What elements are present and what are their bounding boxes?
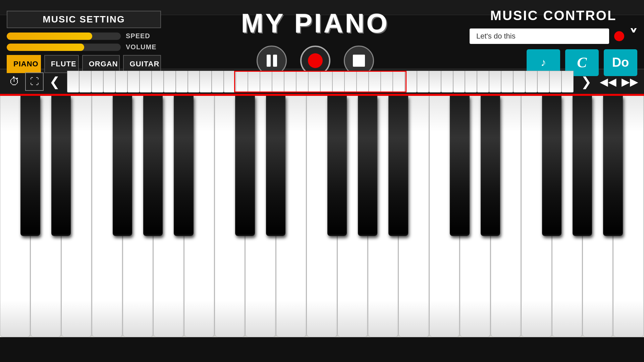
mini-white-key[interactable] <box>152 71 164 93</box>
expand-button[interactable]: ⛶ <box>25 72 44 91</box>
piano-area <box>0 96 644 337</box>
mini-white-key[interactable] <box>453 71 465 93</box>
right-panel: MUSIC CONTROL Let's do this ˅ ♪ C Do <box>470 8 637 76</box>
record-indicator <box>614 31 624 41</box>
music-control-label: MUSIC CONTROL <box>470 8 637 23</box>
black-key[interactable] <box>481 96 500 236</box>
volume-slider-track[interactable] <box>7 44 121 51</box>
black-key[interactable] <box>266 96 286 236</box>
black-key[interactable] <box>388 96 408 236</box>
nav-bar: ⏱ ⛶ ❮ ❯ ◀◀ ▶▶ <box>0 69 644 94</box>
pause-icon <box>267 55 277 67</box>
black-key[interactable] <box>358 96 378 236</box>
mini-white-key[interactable] <box>405 71 417 93</box>
mini-white-key[interactable] <box>513 71 525 93</box>
rewind-button[interactable]: ◀◀ <box>597 71 619 93</box>
speed-slider-row: SPEED <box>7 32 161 40</box>
black-key[interactable] <box>327 96 347 236</box>
song-selector[interactable]: Let's do this <box>470 28 609 44</box>
center-panel: MY PIANO <box>161 8 470 76</box>
mini-white-key[interactable] <box>489 71 501 93</box>
mini-white-key[interactable] <box>537 71 549 93</box>
mini-white-key[interactable] <box>115 71 127 93</box>
mini-white-key[interactable] <box>465 71 477 93</box>
speed-slider-track[interactable] <box>7 33 121 40</box>
left-panel: MUSIC SETTING SPEED VOLUME PIANO FLUTE O… <box>7 11 161 73</box>
volume-label: VOLUME <box>126 43 156 51</box>
organ-button[interactable]: ORGAN <box>82 55 120 73</box>
mini-white-key[interactable] <box>393 71 405 93</box>
mini-white-key[interactable] <box>357 71 369 93</box>
mini-white-key[interactable] <box>188 71 200 93</box>
mini-keyboard-container <box>67 71 574 93</box>
instrument-buttons: PIANO FLUTE ORGAN GUITAR <box>7 55 161 73</box>
speed-label: SPEED <box>126 32 156 40</box>
stop-icon <box>353 55 365 67</box>
guitar-button[interactable]: GUITAR <box>123 55 161 73</box>
song-name: Let's do this <box>476 32 516 41</box>
music-setting-label: MUSIC SETTING <box>7 11 161 28</box>
black-key[interactable] <box>450 96 470 236</box>
mini-white-key[interactable] <box>127 71 140 93</box>
black-key[interactable] <box>235 96 255 236</box>
mini-white-key[interactable] <box>91 71 103 93</box>
mini-white-key[interactable] <box>441 71 453 93</box>
black-key[interactable] <box>603 96 623 236</box>
mini-white-key[interactable] <box>381 71 393 93</box>
mini-white-key[interactable] <box>296 71 308 93</box>
flute-button[interactable]: FLUTE <box>44 55 79 73</box>
mini-white-key[interactable] <box>308 71 320 93</box>
header: MUSIC SETTING SPEED VOLUME PIANO FLUTE O… <box>0 15 644 69</box>
volume-slider-row: VOLUME <box>7 43 161 51</box>
black-key[interactable] <box>174 96 194 236</box>
mini-white-key[interactable] <box>320 71 332 93</box>
mini-white-key[interactable] <box>501 71 513 93</box>
mini-white-key[interactable] <box>200 71 212 93</box>
black-key[interactable] <box>143 96 163 236</box>
black-key[interactable] <box>542 96 562 236</box>
speed-slider-fill <box>7 33 92 40</box>
chevron-down-icon[interactable]: ˅ <box>629 28 637 44</box>
mini-white-key[interactable] <box>224 71 236 93</box>
mini-white-key[interactable] <box>344 71 357 93</box>
mini-white-key[interactable] <box>429 71 441 93</box>
mini-white-key[interactable] <box>369 71 381 93</box>
next-button[interactable]: ❯ <box>575 71 597 93</box>
mini-white-key[interactable] <box>164 71 176 93</box>
mini-white-key[interactable] <box>549 71 561 93</box>
mini-white-key[interactable] <box>67 71 79 93</box>
record-dot <box>308 53 323 68</box>
black-key[interactable] <box>51 96 71 236</box>
mini-white-key[interactable] <box>561 71 574 93</box>
mini-white-key[interactable] <box>103 71 115 93</box>
black-key[interactable] <box>573 96 592 236</box>
black-key[interactable] <box>113 96 132 236</box>
mini-white-key[interactable] <box>79 71 91 93</box>
control-row: Let's do this ˅ <box>470 28 637 44</box>
mini-white-key[interactable] <box>236 71 248 93</box>
mini-white-key[interactable] <box>248 71 260 93</box>
mini-white-key[interactable] <box>417 71 429 93</box>
piano-button[interactable]: PIANO <box>7 55 41 73</box>
app-title: MY PIANO <box>241 8 389 39</box>
mini-white-key[interactable] <box>284 71 296 93</box>
mini-white-key[interactable] <box>176 71 188 93</box>
mini-white-key[interactable] <box>332 71 344 93</box>
piano-wrapper <box>0 96 644 337</box>
volume-slider-fill <box>7 44 84 51</box>
mini-white-key[interactable] <box>140 71 152 93</box>
mini-white-key[interactable] <box>272 71 284 93</box>
mini-white-key[interactable] <box>525 71 537 93</box>
prev-button[interactable]: ❮ <box>44 71 65 93</box>
mini-white-key[interactable] <box>477 71 489 93</box>
black-key[interactable] <box>20 96 40 236</box>
mini-white-key[interactable] <box>260 71 272 93</box>
timer-button[interactable]: ⏱ <box>3 71 25 93</box>
mini-white-key[interactable] <box>212 71 224 93</box>
fast-forward-button[interactable]: ▶▶ <box>619 71 641 93</box>
mini-keyboard <box>67 71 574 93</box>
